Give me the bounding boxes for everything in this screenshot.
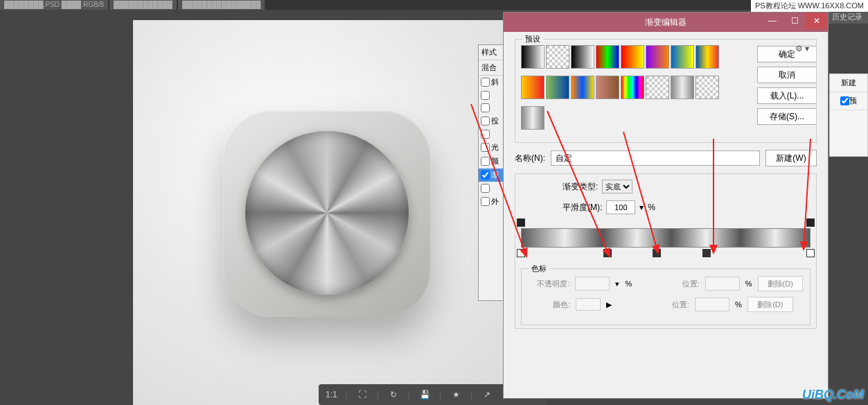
name-input[interactable]	[551, 150, 760, 166]
dialog-titlebar[interactable]: 渐变编辑器 — ☐ ✕	[504, 12, 828, 32]
color-stop-legend: 色标	[529, 264, 549, 274]
smooth-input[interactable]	[606, 200, 635, 214]
position-input	[705, 277, 740, 291]
preset-swatch[interactable]	[521, 106, 544, 130]
color-stop[interactable]	[653, 249, 661, 259]
dialog-title: 渐变编辑器	[645, 17, 687, 28]
zoom-level[interactable]: 1:1	[326, 390, 337, 399]
color-label: 颜色:	[529, 300, 570, 310]
color-stop[interactable]	[806, 249, 815, 259]
smooth-label: 平滑度(M):	[563, 202, 602, 214]
canvas[interactable]	[133, 20, 521, 405]
maximize-button[interactable]: ☐	[783, 12, 806, 29]
preset-swatch[interactable]	[571, 76, 594, 99]
style-checkbox[interactable]	[481, 171, 490, 180]
gradient-editor-dialog: 渐变编辑器 — ☐ ✕ 确定 取消 载入(L)... 存储(S)... 预设 ⚙…	[503, 12, 829, 399]
gear-icon[interactable]: ⚙ ▾	[795, 44, 809, 53]
preset-swatch[interactable]	[646, 45, 669, 69]
dropdown-icon[interactable]: ▾	[639, 203, 644, 212]
name-label: 名称(N):	[515, 153, 545, 164]
preview-checkbox[interactable]: 预	[830, 92, 867, 110]
new-button[interactable]: 新建(W)	[765, 150, 817, 166]
document-tab[interactable]: ████████████████	[178, 0, 265, 10]
style-checkbox[interactable]	[481, 78, 490, 87]
preset-swatch[interactable]	[696, 76, 719, 99]
delete-button-2: 删除(D)	[747, 297, 793, 312]
opacity-label: 不透明度:	[529, 279, 569, 289]
document-tab[interactable]: ████████████	[109, 0, 177, 10]
star-icon[interactable]: ★	[450, 388, 462, 401]
preset-swatch[interactable]	[571, 45, 594, 69]
preset-swatch[interactable]	[546, 45, 569, 69]
opacity-stop[interactable]	[806, 218, 815, 228]
history-tab[interactable]: 历史记录	[826, 10, 868, 24]
delete-button: 删除(D)	[758, 276, 803, 291]
color-swatch	[576, 298, 601, 311]
dropdown-icon: ▾	[615, 279, 619, 288]
knob-base	[223, 109, 431, 317]
color-stop[interactable]	[702, 249, 711, 259]
style-checkbox[interactable]	[481, 91, 490, 100]
preset-swatch[interactable]	[671, 76, 694, 99]
color-stop[interactable]	[603, 249, 612, 259]
close-button[interactable]: ✕	[806, 12, 828, 29]
position-unit: %	[745, 279, 752, 288]
save-icon[interactable]: 💾	[418, 388, 431, 401]
brand-watermark: UiBQ.CoM	[802, 388, 864, 402]
presets-grid	[521, 45, 736, 135]
style-checkbox[interactable]	[481, 117, 490, 126]
new-button-side[interactable]: 新建	[830, 74, 867, 92]
position-unit-2: %	[735, 300, 742, 309]
style-checkbox[interactable]	[481, 157, 490, 166]
type-label: 渐变类型:	[563, 181, 598, 193]
gradient-track[interactable]	[521, 228, 811, 248]
position-label-2: 位置:	[648, 300, 689, 310]
preset-swatch[interactable]	[521, 76, 544, 99]
watermark-text: PS教程论坛 WWW.16XX8.COM	[751, 0, 868, 12]
fit-screen-icon[interactable]: ⛶	[356, 388, 369, 401]
preset-swatch[interactable]	[621, 76, 644, 99]
type-select[interactable]: 实底	[602, 180, 632, 193]
history-panel: 历史记录	[822, 10, 868, 24]
position-label: 位置:	[658, 279, 699, 289]
gradient-bar[interactable]	[521, 228, 811, 248]
rotate-icon[interactable]: ↻	[387, 388, 400, 401]
share-icon[interactable]: ↗	[481, 388, 493, 401]
style-checkbox[interactable]	[481, 103, 490, 112]
style-checkbox[interactable]	[481, 130, 490, 139]
triangle-icon: ▶	[606, 300, 612, 309]
top-tab-bar: ████████.PSD ████ RGB/8 ████████████ ███…	[0, 0, 868, 10]
color-stop[interactable]	[517, 249, 525, 259]
minimize-button[interactable]: —	[761, 12, 783, 29]
style-checkbox[interactable]	[481, 197, 490, 206]
canvas-area	[0, 10, 554, 405]
preset-swatch[interactable]	[546, 76, 569, 99]
smooth-unit: %	[648, 203, 655, 212]
document-tab[interactable]: ████████.PSD ████ RGB/8	[0, 0, 108, 10]
style-checkbox[interactable]	[481, 184, 490, 193]
preset-swatch[interactable]	[521, 45, 544, 69]
opacity-unit: %	[625, 279, 632, 288]
preset-swatch[interactable]	[671, 45, 694, 69]
opacity-input	[575, 277, 610, 291]
opacity-stop[interactable]	[517, 218, 525, 228]
knob-metal	[245, 131, 409, 295]
preset-swatch[interactable]	[621, 45, 644, 69]
preset-swatch[interactable]	[596, 45, 619, 69]
position-input-2	[695, 298, 729, 311]
right-panel: 新建 预	[829, 74, 868, 157]
preset-swatch[interactable]	[646, 76, 669, 99]
preset-swatch[interactable]	[696, 45, 719, 69]
preset-swatch[interactable]	[596, 76, 619, 99]
style-checkbox[interactable]	[481, 143, 490, 152]
presets-legend: 预设	[522, 34, 543, 44]
